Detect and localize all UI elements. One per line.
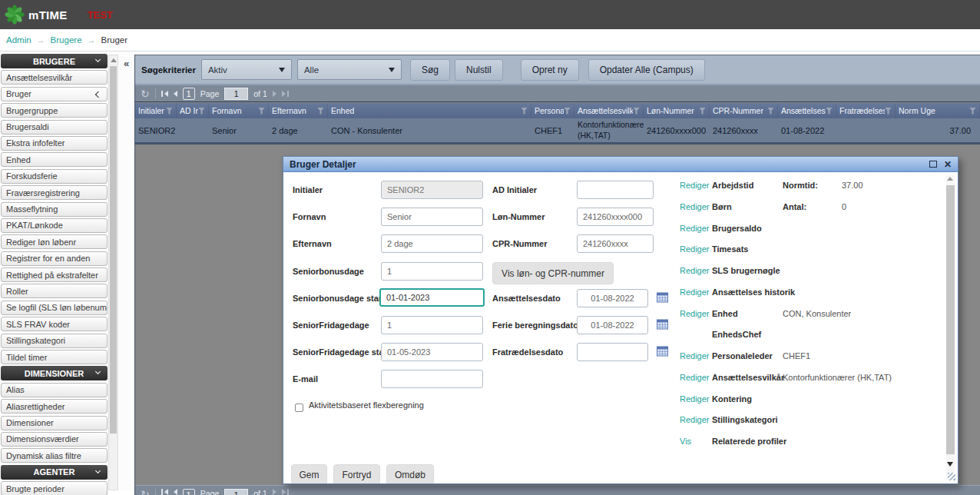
- rediger-brugersaldo-link[interactable]: Rediger: [680, 224, 712, 233]
- column-header-ad-initialer[interactable]: AD Initialer: [177, 103, 209, 118]
- sidebar-item-registrer-for-en-anden[interactable]: Registrer for en anden: [1, 251, 108, 266]
- scroll-down-icon[interactable]: [947, 462, 953, 467]
- breadcrumb-admin[interactable]: Admin: [6, 35, 31, 45]
- rediger-timesats-link[interactable]: Rediger: [680, 244, 712, 254]
- sidebar-item-dimensionsvaerdier[interactable]: Dimensionsværdier: [1, 432, 108, 447]
- column-header-personaleleder[interactable]: Personaleleder: [531, 103, 574, 118]
- initialer-field[interactable]: [381, 181, 483, 199]
- filter-icon[interactable]: [521, 108, 528, 115]
- filter-icon[interactable]: [969, 108, 976, 115]
- cancel-button[interactable]: Fortryd: [333, 464, 380, 484]
- flexberegning-checkbox[interactable]: [295, 404, 303, 412]
- search-button[interactable]: Søg: [410, 59, 450, 81]
- sidebar-item-stillingskategori[interactable]: Stillingskategori: [1, 334, 108, 348]
- last-page-icon[interactable]: [282, 91, 289, 97]
- seniorbonusdage-field[interactable]: [381, 262, 483, 281]
- calendar-icon[interactable]: [657, 292, 668, 303]
- previous-page-icon[interactable]: [174, 489, 177, 495]
- first-page-icon[interactable]: [161, 91, 168, 97]
- rediger-born-link[interactable]: Rediger: [680, 202, 712, 211]
- dialog-titlebar[interactable]: Bruger Detaljer ✕: [283, 157, 958, 172]
- filter-icon[interactable]: [885, 108, 892, 115]
- seniorbonusdage-start-field[interactable]: [379, 288, 485, 307]
- current-page-button[interactable]: 1: [183, 88, 195, 100]
- filter-icon[interactable]: [826, 108, 833, 115]
- sidebar-item-rediger-lon-lobenr[interactable]: Rediger løn løbenr: [1, 234, 108, 249]
- rediger-personaleleder-link[interactable]: Rediger: [680, 351, 712, 360]
- sidebar-item-rettighed-pa-ekstrafelter[interactable]: Rettighed på ekstrafelter: [1, 267, 108, 282]
- sidebar-item-dynamisk-alias-filtre[interactable]: Dynamisk alias filtre: [1, 448, 108, 463]
- collapse-sidebar-icon[interactable]: «: [121, 58, 133, 69]
- resize-grip-icon[interactable]: [948, 473, 955, 480]
- sidebar-item-brugersaldi[interactable]: Brugersaldi: [1, 120, 108, 135]
- column-header-ansaettelsesdato[interactable]: Ansættelsesdato: [778, 103, 836, 118]
- update-all-campus-button[interactable]: Opdater Alle (Campus): [588, 59, 705, 81]
- sidebar-item-enhed[interactable]: Enhed: [1, 152, 108, 167]
- refresh-icon[interactable]: ↻: [141, 489, 150, 495]
- fratraedelsesdato-field[interactable]: [577, 343, 648, 361]
- page-number-input[interactable]: [224, 489, 248, 495]
- scrollbar-thumb[interactable]: [110, 66, 117, 434]
- next-page-icon[interactable]: [273, 489, 276, 495]
- rediger-kontering-link[interactable]: Rediger: [680, 394, 712, 404]
- sidebar-scrollbar[interactable]: [108, 55, 118, 490]
- column-header-initialer[interactable]: Initialer: [135, 103, 177, 118]
- sidebar-item-masseflytning[interactable]: Masseflytning: [1, 202, 108, 217]
- column-header-norm-uge[interactable]: Norm Uge: [896, 103, 980, 118]
- table-row[interactable]: SENIOR2 Senior 2 dage CON - Konsulenter …: [135, 118, 980, 145]
- scope-filter-select[interactable]: Alle: [297, 59, 402, 80]
- sidebar-item-aliasrettigheder[interactable]: Aliasrettigheder: [1, 399, 108, 414]
- column-header-enhed[interactable]: Enhed: [328, 103, 531, 118]
- maximize-icon[interactable]: [929, 161, 937, 168]
- save-button[interactable]: Gem: [291, 464, 327, 484]
- sidebar-item-pkat-lonkode[interactable]: PKAT/Lønkode: [1, 218, 108, 233]
- reset-button[interactable]: Nulstil: [455, 59, 503, 81]
- create-new-button[interactable]: Opret ny: [521, 59, 579, 81]
- sidebar-section-dimensioner[interactable]: DIMENSIONER: [1, 366, 108, 380]
- sidebar-item-ansaettelsesvilkar[interactable]: Ansættelsesvilkår: [1, 70, 108, 85]
- filter-icon[interactable]: [317, 108, 324, 115]
- column-header-efternavn[interactable]: Efternavn: [269, 103, 328, 118]
- dialog-scrollbar[interactable]: [945, 175, 955, 480]
- filter-icon[interactable]: [258, 108, 265, 115]
- email-field[interactable]: [381, 370, 483, 388]
- page-number-input[interactable]: [224, 88, 248, 100]
- sidebar-item-sls-frav-koder[interactable]: SLS FRAV koder: [1, 317, 108, 331]
- sidebar-section-brugere[interactable]: BRUGERE: [1, 54, 108, 68]
- column-header-lon-nummer[interactable]: Løn-Nummer: [644, 103, 710, 118]
- rename-button[interactable]: Omdøb: [386, 464, 434, 484]
- ansaettelsesdato-field[interactable]: [577, 289, 648, 307]
- filter-icon[interactable]: [198, 108, 205, 115]
- rediger-ansaettelsesvilkar-link[interactable]: Rediger: [680, 373, 712, 382]
- fornavn-field[interactable]: [381, 208, 483, 226]
- sidebar-item-roller[interactable]: Roller: [1, 284, 108, 298]
- seniorfridagedage-field[interactable]: [381, 316, 483, 334]
- column-header-fratraedelsesdato[interactable]: Fratrædelsesdato: [836, 103, 896, 118]
- breadcrumb-brugere[interactable]: Brugere: [51, 35, 82, 45]
- seniorfridagedage-start-field[interactable]: [381, 343, 483, 361]
- first-page-icon[interactable]: [161, 489, 168, 495]
- last-page-icon[interactable]: [282, 489, 289, 495]
- close-icon[interactable]: ✕: [944, 160, 952, 169]
- sidebar-item-dimensioner[interactable]: Dimensioner: [1, 416, 108, 430]
- next-page-icon[interactable]: [273, 91, 276, 97]
- scroll-up-icon[interactable]: [109, 55, 118, 65]
- sidebar-item-brugergruppe[interactable]: Brugergruppe: [1, 103, 108, 118]
- cpr-nummer-field[interactable]: [577, 234, 654, 253]
- sidebar-item-fravaersregistrering[interactable]: Fraværsregistrering: [1, 185, 108, 200]
- filter-icon[interactable]: [564, 108, 571, 115]
- scrollbar-thumb[interactable]: [946, 185, 955, 454]
- column-header-cpr-nummer[interactable]: CPR-Nummer: [710, 103, 778, 118]
- filter-icon[interactable]: [767, 108, 774, 115]
- filter-icon[interactable]: [166, 108, 173, 115]
- filter-icon[interactable]: [633, 108, 640, 115]
- sidebar-item-tildel-timer[interactable]: Tildel timer: [1, 350, 108, 364]
- refresh-icon[interactable]: ↻: [141, 88, 150, 99]
- sidebar-item-alias[interactable]: Alias: [1, 383, 108, 397]
- ad-initialer-field[interactable]: [577, 181, 654, 199]
- sidebar-item-bruger[interactable]: Bruger: [1, 87, 108, 101]
- show-lon-cpr-button[interactable]: Vis løn- og CPR-nummer: [492, 262, 614, 284]
- ferie-beregningsdato-field[interactable]: [577, 316, 648, 334]
- current-page-button[interactable]: 1: [183, 489, 195, 495]
- rediger-stillingskategori-link[interactable]: Rediger: [680, 415, 712, 424]
